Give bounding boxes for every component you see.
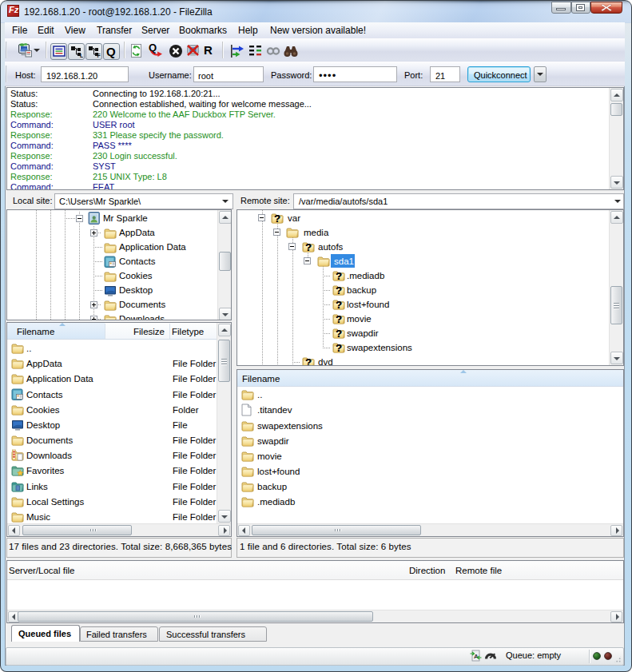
svg-text:F: F bbox=[97, 53, 101, 58]
svg-text:L: L bbox=[80, 53, 83, 58]
